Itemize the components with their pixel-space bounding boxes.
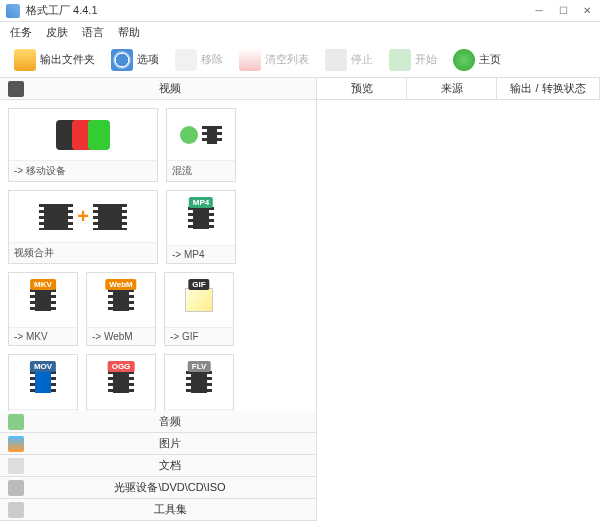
menu-bar: 任务 皮肤 语言 帮助 bbox=[0, 22, 600, 42]
options-button[interactable]: 选项 bbox=[105, 47, 165, 73]
col-status[interactable]: 输出 / 转换状态 bbox=[497, 78, 600, 99]
format-badge: GIF bbox=[188, 279, 209, 290]
menu-language[interactable]: 语言 bbox=[82, 25, 104, 40]
tile-ogg[interactable]: OGG -> OGG bbox=[86, 354, 156, 411]
app-icon bbox=[6, 4, 20, 18]
video-grid: -> 移动设备 混流 + 视频合并 MP4 -> MP4 bbox=[0, 100, 316, 411]
section-document[interactable]: 文档 bbox=[0, 455, 316, 477]
clear-list-button: 清空列表 bbox=[233, 47, 315, 73]
format-badge: MKV bbox=[30, 279, 56, 290]
folder-icon bbox=[14, 49, 36, 71]
section-audio[interactable]: 音频 bbox=[0, 411, 316, 433]
toolbar-label: 开始 bbox=[415, 52, 437, 67]
toolbar-label: 移除 bbox=[201, 52, 223, 67]
section-label: 图片 bbox=[32, 436, 308, 451]
tile-label: -> FLV bbox=[165, 409, 233, 411]
ogg-icon: OGG bbox=[87, 355, 155, 409]
format-badge: WebM bbox=[105, 279, 136, 290]
toolbar-label: 清空列表 bbox=[265, 52, 309, 67]
section-label: 文档 bbox=[32, 458, 308, 473]
drive-icon bbox=[8, 480, 24, 496]
output-folder-button[interactable]: 输出文件夹 bbox=[8, 47, 101, 73]
remove-button: 移除 bbox=[169, 47, 229, 73]
flv-icon: FLV bbox=[165, 355, 233, 409]
webm-icon: WebM bbox=[87, 273, 155, 327]
tile-mov[interactable]: MOV -> MOV bbox=[8, 354, 78, 411]
options-icon bbox=[111, 49, 133, 71]
toolbar-label: 主页 bbox=[479, 52, 501, 67]
mp4-icon: MP4 bbox=[167, 191, 235, 245]
section-toolbox[interactable]: 工具集 bbox=[0, 499, 316, 521]
tile-label: -> MKV bbox=[9, 327, 77, 345]
tile-label: -> MOV bbox=[9, 409, 77, 411]
document-icon bbox=[8, 458, 24, 474]
section-drive[interactable]: 光驱设备\DVD\CD\ISO bbox=[0, 477, 316, 499]
section-label: 光驱设备\DVD\CD\ISO bbox=[32, 480, 308, 495]
mov-icon: MOV bbox=[9, 355, 77, 409]
start-button: 开始 bbox=[383, 47, 443, 73]
col-preview[interactable]: 预览 bbox=[317, 78, 407, 99]
maximize-button[interactable]: ☐ bbox=[556, 4, 570, 18]
format-badge: FLV bbox=[188, 361, 211, 372]
tile-mux[interactable]: 混流 bbox=[166, 108, 236, 182]
format-badge: MOV bbox=[30, 361, 56, 372]
tile-mobile[interactable]: -> 移动设备 bbox=[8, 108, 158, 182]
tile-join[interactable]: + 视频合并 bbox=[8, 190, 158, 264]
mkv-icon: MKV bbox=[9, 273, 77, 327]
list-header: 预览 来源 输出 / 转换状态 bbox=[317, 78, 600, 100]
tile-label: 视频合并 bbox=[9, 242, 157, 263]
video-icon bbox=[8, 81, 24, 97]
tile-label: 混流 bbox=[167, 160, 235, 181]
toolbar: 输出文件夹 选项 移除 清空列表 停止 开始 主页 bbox=[0, 42, 600, 78]
menu-help[interactable]: 帮助 bbox=[118, 25, 140, 40]
toolbox-icon bbox=[8, 502, 24, 518]
remove-icon bbox=[175, 49, 197, 71]
window-title: 格式工厂 4.4.1 bbox=[26, 3, 532, 18]
toolbar-label: 停止 bbox=[351, 52, 373, 67]
home-button[interactable]: 主页 bbox=[447, 47, 507, 73]
left-panel: 视频 -> 移动设备 混流 + 视频合并 bbox=[0, 78, 317, 521]
picture-icon bbox=[8, 436, 24, 452]
play-icon bbox=[389, 49, 411, 71]
tile-label: -> GIF bbox=[165, 327, 233, 345]
menu-task[interactable]: 任务 bbox=[10, 25, 32, 40]
globe-icon bbox=[453, 49, 475, 71]
section-label: 音频 bbox=[32, 414, 308, 429]
tile-webm[interactable]: WebM -> WebM bbox=[86, 272, 156, 346]
tile-label: -> MP4 bbox=[167, 245, 235, 263]
minimize-button[interactable]: ─ bbox=[532, 4, 546, 18]
title-bar: 格式工厂 4.4.1 ─ ☐ ✕ bbox=[0, 0, 600, 22]
col-source[interactable]: 来源 bbox=[407, 78, 497, 99]
tile-label: -> OGG bbox=[87, 409, 155, 411]
section-picture[interactable]: 图片 bbox=[0, 433, 316, 455]
stop-button: 停止 bbox=[319, 47, 379, 73]
stop-icon bbox=[325, 49, 347, 71]
section-label: 视频 bbox=[32, 81, 308, 96]
tile-gif[interactable]: GIF -> GIF bbox=[164, 272, 234, 346]
tile-label: -> 移动设备 bbox=[9, 160, 157, 181]
section-video[interactable]: 视频 bbox=[0, 78, 316, 100]
audio-icon bbox=[8, 414, 24, 430]
gif-icon: GIF bbox=[165, 273, 233, 327]
tile-mp4[interactable]: MP4 -> MP4 bbox=[166, 190, 236, 264]
format-badge: OGG bbox=[108, 361, 135, 372]
close-button[interactable]: ✕ bbox=[580, 4, 594, 18]
section-label: 工具集 bbox=[32, 502, 308, 517]
tile-flv[interactable]: FLV -> FLV bbox=[164, 354, 234, 411]
mux-icon bbox=[167, 109, 235, 160]
toolbar-label: 选项 bbox=[137, 52, 159, 67]
menu-skin[interactable]: 皮肤 bbox=[46, 25, 68, 40]
clear-icon bbox=[239, 49, 261, 71]
toolbar-label: 输出文件夹 bbox=[40, 52, 95, 67]
right-panel: 预览 来源 输出 / 转换状态 bbox=[317, 78, 600, 521]
tile-label: -> WebM bbox=[87, 327, 155, 345]
tile-mkv[interactable]: MKV -> MKV bbox=[8, 272, 78, 346]
mobile-device-icon bbox=[9, 109, 157, 160]
task-list bbox=[317, 100, 600, 521]
format-badge: MP4 bbox=[189, 197, 213, 208]
video-join-icon: + bbox=[9, 191, 157, 242]
